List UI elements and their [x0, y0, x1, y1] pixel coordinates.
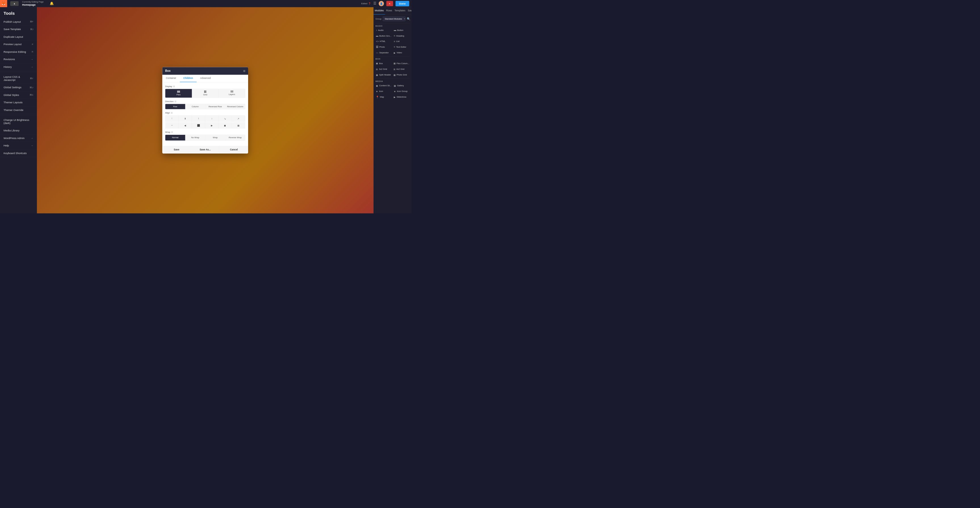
direction-reversed-column-btn[interactable]: Reversed Column [225, 104, 245, 109]
wrap-reverse-btn[interactable]: Reverse Wrap [225, 135, 245, 140]
wrap-wrap-btn[interactable]: Wrap [205, 135, 225, 140]
align-btn-5[interactable]: ↘ [219, 116, 232, 122]
module-icon[interactable]: ★ Icon [375, 89, 392, 94]
tab-rows[interactable]: Rows [385, 7, 393, 14]
wrap-normal-btn[interactable]: Normal [165, 135, 185, 140]
sidebar-item-keyboard-shortcuts[interactable]: Keyboard Shortcuts [0, 149, 37, 157]
sidebar-item-save-template[interactable]: Save Template ⌘J [0, 25, 37, 33]
sidebar-item-wordpress-admin[interactable]: WordPress Admin → [0, 135, 37, 142]
align-btn-3[interactable]: ↕ [192, 116, 205, 122]
align-btn-12[interactable]: ▦ [232, 122, 245, 129]
module-3x2-grid[interactable]: ⊞ 3x2 Grid [375, 67, 391, 71]
align-btn-10[interactable]: ▶ [205, 122, 219, 129]
direction-column-btn[interactable]: Column [185, 104, 205, 109]
edited-status: Edited ❓ [361, 2, 371, 5]
sidebar-item-themer-override[interactable]: Themer Override [0, 106, 37, 114]
module-split-header[interactable]: ▣ Split Header [375, 73, 391, 77]
cancel-button[interactable]: Cancel [220, 146, 248, 153]
modal-minimize-icon[interactable]: ⊡ [243, 70, 245, 72]
basic-modules-grid: ♪ Audio ▬ Button ▬ Button Gro... ≡ Headi… [375, 28, 410, 55]
module-button[interactable]: ▬ Button [393, 28, 410, 32]
sidebar-shortcut: ⌘Y [30, 77, 33, 80]
direction-info-icon[interactable]: ⊡ [175, 100, 176, 102]
wrap-no-wrap-btn[interactable]: No Wrap [185, 135, 205, 140]
display-info-icon[interactable]: ⊡ [173, 85, 175, 87]
module-map[interactable]: 📍 Map [375, 95, 392, 99]
sidebar-item-history[interactable]: History → [0, 63, 37, 71]
search-button[interactable]: 🔍 [407, 17, 410, 21]
sidebar-item-change-brightness[interactable]: Change UI Brightness (dark) [0, 116, 37, 127]
sidebar-item-revisions[interactable]: Revisions → [0, 56, 37, 63]
direction-reversed-row-btn[interactable]: Reversed Row [205, 104, 225, 109]
module-photo-grid[interactable]: ▦ Photo Grid [393, 73, 410, 77]
save-button[interactable]: Save [162, 146, 191, 153]
align-grid-row2: ↔ ◀ ⬛ ▶ ◼ ▦ [165, 122, 245, 129]
toggle-button[interactable]: ▲ [10, 1, 19, 6]
module-button-group[interactable]: ▬ Button Gro... [375, 34, 392, 38]
sidebar-item-media-library[interactable]: Media Library [0, 127, 37, 134]
tab-templates[interactable]: Templates [393, 7, 407, 14]
bell-icon[interactable]: 🔔 [50, 2, 54, 5]
align-btn-1[interactable]: ↑ [165, 116, 178, 122]
module-video[interactable]: ▶ Video [393, 51, 410, 55]
module-html[interactable]: <> HTML [375, 40, 392, 44]
module-separator[interactable]: — Separator [375, 51, 392, 55]
align-btn-8[interactable]: ◀ [178, 122, 192, 129]
group-select[interactable]: Standard Modules [383, 16, 406, 21]
module-icon-group[interactable]: ★ Icon Group [393, 89, 410, 94]
module-name: Split Header [379, 73, 391, 76]
wrap-info-icon[interactable]: ⊡ [171, 131, 173, 133]
module-heading[interactable]: ≡ Heading [393, 34, 410, 38]
display-options: Flex Grid [165, 89, 245, 98]
module-photo[interactable]: 🖼 Photo [375, 45, 392, 49]
module-content-slideshow[interactable]: ▣ Content Sli... [375, 83, 392, 88]
sidebar-item-layout-css[interactable]: Layout CSS & Javascript ⌘Y [0, 73, 37, 84]
module-flex-column[interactable]: ▦ Flex Colum... [393, 61, 410, 65]
sidebar-item-publish-layout[interactable]: Publish Layout ⌘P [0, 18, 37, 25]
help-icon[interactable]: ❓ [368, 2, 371, 5]
button-icon: ▬ [394, 29, 396, 32]
align-info-icon[interactable]: ⊡ [171, 112, 172, 114]
modal-tab-container[interactable]: Container [162, 75, 180, 82]
sidebar-item-help[interactable]: Help → [0, 142, 37, 149]
separator-icon: — [376, 51, 378, 54]
avatar[interactable]: 👤 [379, 1, 384, 6]
save-as-button[interactable]: Save As... [191, 146, 220, 153]
sidebar-item-themer-layouts[interactable]: Themer Layouts [0, 99, 37, 106]
modal-tab-children[interactable]: Children [180, 75, 196, 82]
display-layers-btn[interactable]: Layers [219, 89, 245, 98]
module-slideshow[interactable]: ▶ Slideshow [393, 95, 410, 99]
module-name: Photo [379, 46, 385, 48]
display-flex-btn[interactable]: Flex [165, 89, 192, 98]
sidebar-item-preview-layout[interactable]: Preview Layout P [0, 41, 37, 48]
align-btn-6[interactable]: ↗ [232, 116, 245, 122]
modal-tab-advanced[interactable]: Advanced [197, 75, 215, 82]
align-btn-11[interactable]: ◼ [219, 122, 232, 129]
sidebar-shortcut: ⌘J [30, 28, 33, 31]
module-text-editor[interactable]: ≡ Text Editor [393, 45, 410, 49]
menu-icon[interactable]: ☰ [373, 2, 377, 5]
module-gallery[interactable]: ▦ Gallery [393, 83, 410, 88]
tab-modules[interactable]: Modules [374, 7, 385, 14]
display-grid-btn[interactable]: Grid [192, 89, 219, 98]
sidebar-item-global-styles[interactable]: Global Styles ⌘G [0, 91, 37, 99]
align-btn-4[interactable]: ↓ [205, 116, 219, 122]
topbar: 🦊 ▲ Currently Editing Page Homepage 🔔 Ed… [0, 0, 412, 7]
module-audio[interactable]: ♪ Audio [375, 28, 392, 32]
modal-title: Box [165, 69, 170, 73]
module-list[interactable]: ≡ List [393, 40, 410, 44]
align-btn-7[interactable]: ↔ [165, 122, 178, 129]
module-4x2-grid[interactable]: ⊞ 4x2 Grid [393, 67, 410, 71]
direction-row-btn[interactable]: Row [165, 104, 185, 109]
tab-saved[interactable]: Saved [407, 7, 412, 14]
done-button[interactable]: Done [396, 1, 409, 6]
sidebar-item-duplicate-layout[interactable]: Duplicate Layout [0, 33, 37, 41]
sidebar-item-label: Publish Layout [4, 20, 21, 23]
align-btn-9[interactable]: ⬛ [192, 122, 205, 129]
sidebar-item-responsive-editing[interactable]: Responsive Editing R [0, 48, 37, 56]
align-btn-2[interactable]: ⬆ [178, 116, 192, 122]
sidebar-item-global-settings[interactable]: Global Settings ⌘U [0, 84, 37, 91]
module-box[interactable]: ▣ Box [375, 61, 391, 65]
module-name: Content Sli... [379, 84, 391, 87]
close-button[interactable]: ✕ [387, 1, 393, 6]
